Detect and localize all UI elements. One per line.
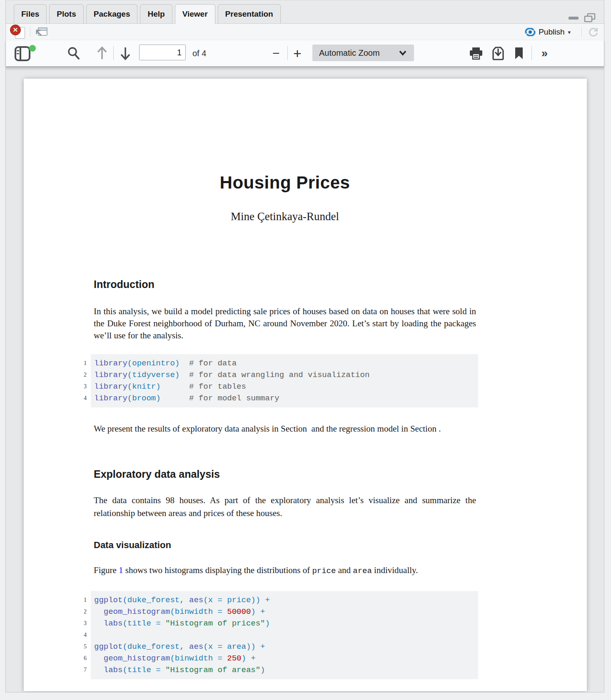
code-token: ggplot — [94, 596, 122, 605]
heading-data-visualization: Data visualization — [94, 540, 476, 551]
code-token — [94, 665, 104, 675]
viewer-toolbar: ✕ Publish ▾ — [6, 24, 604, 41]
code-token: # for data — [180, 359, 237, 368]
chevron-down-icon — [399, 50, 407, 56]
code-line: 2 geom_histogram(binwidth = 50000) + — [94, 606, 478, 618]
code-token: labs — [104, 665, 123, 675]
inline-code-price: price — [312, 566, 336, 576]
print-icon[interactable] — [469, 47, 483, 60]
toolbar-separator — [581, 27, 582, 37]
tab-presentation[interactable]: Presentation — [218, 4, 281, 23]
line-number: 6 — [72, 653, 87, 664]
code-line: 2library(tidyverse) # for data wrangling… — [94, 369, 478, 381]
paragraph-introduction: In this analysis, we build a model predi… — [94, 305, 476, 342]
code-token — [94, 654, 104, 663]
tab-files[interactable]: Files — [14, 4, 47, 23]
code-token: (broom) — [127, 394, 161, 403]
download-icon[interactable] — [491, 46, 505, 60]
code-token: ggplot — [94, 642, 122, 651]
publish-dropdown-caret[interactable]: ▾ — [568, 29, 571, 35]
tab-bar: Files Plots Packages Help Viewer Present… — [6, 0, 604, 24]
line-number: 1 — [72, 594, 87, 606]
code-token: (title = — [122, 619, 165, 628]
line-number: 2 — [72, 606, 87, 618]
sidebar-toggle-icon[interactable] — [15, 45, 36, 62]
toolbar-separator — [531, 46, 532, 60]
code-line: 4library(broom) # for model summary — [94, 392, 478, 404]
figure-text: shows two histograms displaying the dist… — [123, 565, 312, 575]
line-number: 7 — [72, 664, 87, 676]
code-token: 50000 — [227, 607, 251, 616]
next-page-icon[interactable] — [119, 46, 132, 61]
line-number: 5 — [72, 641, 87, 653]
code-line: 5ggplot(duke_forest, aes(x = area)) + — [94, 641, 478, 653]
code-token: (x = area)) + — [203, 642, 265, 651]
code-token: "Histogram of prices" — [165, 619, 265, 628]
bookmark-icon[interactable] — [515, 47, 523, 60]
pane-window-controls — [568, 13, 596, 23]
publish-button[interactable]: Publish — [539, 27, 564, 37]
code-line: 6 geom_histogram(binwidth = 250) + — [94, 653, 478, 664]
code-token: (title = — [122, 665, 165, 675]
code-line: 7 labs(title = "Histogram of areas") — [94, 664, 478, 676]
code-token: (knitr) — [127, 382, 161, 391]
code-token: library — [94, 394, 127, 403]
toolbar-separator — [30, 27, 30, 37]
line-number: 1 — [72, 357, 87, 369]
previous-page-icon[interactable] — [96, 46, 108, 61]
search-icon[interactable] — [67, 46, 81, 60]
line-number: 3 — [72, 381, 87, 392]
paragraph-figure: Figure 1 shows two histograms displaying… — [94, 564, 476, 577]
code-token: geom_histogram — [104, 654, 170, 663]
minimize-pane-icon[interactable] — [568, 16, 579, 20]
toolbar-separator — [287, 46, 288, 60]
figure-ref-link[interactable]: 1 — [119, 565, 123, 575]
code-line: 3 labs(title = "Histogram of prices") — [94, 618, 478, 629]
figure-text: Figure — [94, 565, 119, 575]
code-token: ) — [265, 619, 270, 628]
figure-text: individually. — [372, 565, 418, 575]
document-title: Housing Prices — [94, 173, 476, 193]
line-number: 4 — [72, 392, 87, 404]
paragraph-eda: The data contains 98 houses. As part of … — [94, 494, 476, 520]
code-token: ) + — [242, 654, 256, 663]
code-token: (duke_forest, — [122, 596, 189, 605]
line-number: 4 — [72, 629, 87, 641]
document-author: Mine Çetinkaya-Rundel — [94, 210, 476, 223]
tab-plots[interactable]: Plots — [49, 4, 83, 23]
maximize-pane-icon[interactable] — [584, 13, 596, 23]
code-token: (duke_forest, — [122, 642, 189, 651]
tab-packages[interactable]: Packages — [86, 4, 138, 23]
code-token: (x = price)) + — [203, 596, 270, 605]
code-token: (tidyverse) — [127, 370, 180, 380]
code-token — [94, 619, 104, 628]
code-line: 4 — [94, 629, 478, 641]
code-token: ) — [260, 665, 265, 675]
tab-viewer[interactable]: Viewer — [175, 4, 215, 24]
more-tools-icon[interactable]: » — [541, 47, 547, 60]
page-number-input[interactable] — [139, 45, 186, 60]
code-token: labs — [104, 619, 123, 628]
code-token: (binwidth = — [170, 654, 227, 663]
code-token: library — [94, 370, 127, 380]
pdf-toolbar: of 4 − + Automatic Zoom — [6, 40, 604, 67]
close-icon: ✕ — [10, 25, 21, 35]
clear-viewer-button[interactable]: ✕ — [11, 25, 25, 39]
code-line: 1library(openintro) # for data — [94, 357, 478, 369]
pdf-viewer-area[interactable]: Housing Prices Mine Çetinkaya-Rundel Int… — [6, 66, 604, 692]
code-token: ) + — [251, 607, 265, 616]
code-block-load-packages: 1library(openintro) # for data2library(t… — [91, 354, 478, 407]
tab-help[interactable]: Help — [140, 4, 172, 23]
line-number: 3 — [72, 618, 87, 629]
refresh-icon[interactable] — [588, 27, 599, 38]
open-in-new-window-icon[interactable] — [35, 26, 48, 38]
zoom-out-icon[interactable]: − — [272, 47, 280, 60]
pdf-page: Housing Prices Mine Çetinkaya-Rundel Int… — [24, 79, 587, 691]
paragraph-present: We present the results of exploratory da… — [94, 422, 476, 435]
zoom-in-icon[interactable]: + — [293, 47, 302, 60]
page-count-label: of 4 — [192, 40, 206, 66]
code-token: # for data wrangling and visualization — [180, 370, 369, 380]
figure-text: and — [336, 565, 353, 575]
code-line: 1ggplot(duke_forest, aes(x = price)) + — [94, 594, 478, 606]
zoom-level-select[interactable]: Automatic Zoom — [312, 45, 414, 61]
